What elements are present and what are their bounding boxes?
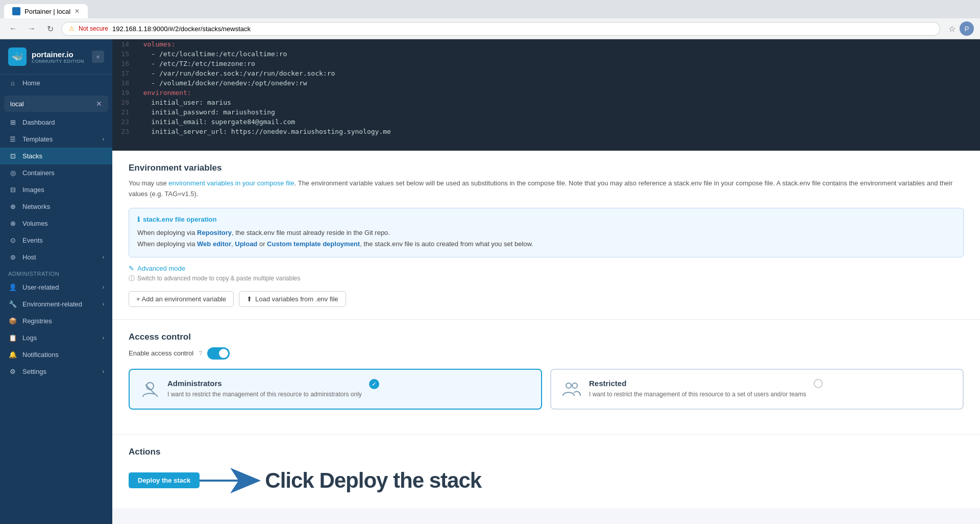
host-arrow-icon: › (103, 254, 104, 260)
sidebar-item-templates-label: Templates (22, 135, 53, 143)
arrow-annotation: Click Deploy the stack (200, 465, 481, 496)
browser-tab[interactable]: Portainer | local ✕ (4, 4, 88, 18)
sidebar-item-networks-label: Networks (22, 203, 50, 210)
people-icon (562, 379, 581, 399)
url-text: 192.168.1.18:9000/#/2/docker/stacks/news… (112, 25, 933, 33)
env-desc-link[interactable]: environment variables in your compose fi… (168, 179, 294, 187)
sidebar-logo: 🐳 portainer.io Community Edition « (0, 39, 112, 75)
notifications-icon: 🔔 (8, 351, 17, 359)
logs-arrow-icon: › (103, 335, 104, 341)
sidebar-item-dashboard-label: Dashboard (22, 118, 55, 126)
nav-refresh-btn[interactable]: ↻ (43, 21, 57, 36)
app-layout: 🐳 portainer.io Community Edition « ⌂ Hom… (0, 39, 980, 524)
info-box-title-text: stack.env file operation (143, 216, 217, 223)
browser-chrome: Portainer | local ✕ ← → ↻ ⚠ Not secure 1… (0, 0, 980, 39)
tab-favicon (12, 7, 20, 15)
sidebar-item-stacks[interactable]: ⊡ Stacks (0, 148, 112, 164)
sidebar-item-volumes-label: Volumes (22, 220, 48, 227)
sidebar-item-images[interactable]: ⊟ Images (0, 181, 112, 198)
custom-template-bold: Custom template deployment (267, 240, 360, 248)
sidebar-item-registries[interactable]: 📦 Registries (0, 313, 112, 329)
administrators-title: Administrators (167, 379, 362, 388)
sidebar-item-host-label: Host (22, 253, 36, 261)
hint-text: Switch to advanced mode to copy & paste … (137, 275, 301, 282)
sidebar-item-host[interactable]: ⊚ Host › (0, 249, 112, 266)
env-label: local (10, 100, 24, 108)
code-line-20: 20 initial_user: marius (112, 98, 980, 107)
administrators-card-text: Administrators I want to restrict the ma… (167, 379, 362, 399)
web-editor-bold: Web editor (197, 240, 231, 248)
advanced-mode-link[interactable]: ✎ Advanced mode (129, 265, 964, 272)
arrow-svg (200, 465, 261, 496)
nav-forward-btn[interactable]: → (24, 21, 39, 36)
host-icon: ⊚ (8, 253, 17, 261)
env-close-icon[interactable]: ✕ (96, 100, 102, 108)
add-env-variable-btn[interactable]: + Add an environment variable (129, 291, 234, 307)
sidebar-collapse-btn[interactable]: « (92, 51, 104, 63)
events-icon: ⊙ (8, 236, 17, 244)
sidebar-item-user-related[interactable]: 👤 User-related › (0, 279, 112, 296)
sidebar-item-networks[interactable]: ⊕ Networks (0, 198, 112, 215)
shield-icon (140, 379, 160, 399)
address-bar[interactable]: ⚠ Not secure 192.168.1.18:9000/#/2/docke… (61, 22, 940, 36)
home-icon: ⌂ (8, 79, 17, 87)
sidebar-item-events[interactable]: ⊙ Events (0, 232, 112, 249)
code-line-23: 23 initial_server_url: https://onedev.ma… (112, 127, 980, 136)
access-control-section: Access control Enable access control ? (112, 320, 980, 435)
sidebar-item-notifications[interactable]: 🔔 Notifications (0, 346, 112, 363)
portainer-logo-icon: 🐳 (8, 47, 27, 66)
access-info-icon: ? (199, 349, 202, 357)
networks-icon: ⊕ (8, 203, 17, 210)
restricted-desc: I want to restrict the management of thi… (589, 390, 806, 399)
administrators-card[interactable]: Administrators I want to restrict the ma… (129, 369, 542, 410)
info-box-title: ℹ stack.env file operation (137, 216, 955, 223)
profile-icon[interactable]: P (960, 21, 974, 36)
sidebar-env-local[interactable]: local ✕ (4, 96, 108, 112)
sidebar-item-settings[interactable]: ⚙ Settings › (0, 363, 112, 380)
settings-arrow-icon: › (103, 369, 104, 374)
browser-toolbar: ← → ↻ ⚠ Not secure 192.168.1.18:9000/#/2… (0, 18, 980, 39)
env-section-desc: You may use environment variables in you… (129, 178, 964, 200)
administrators-checkmark: ✓ (369, 379, 379, 389)
restricted-icon (561, 379, 582, 399)
code-line-15: 15 - /etc/localtime:/etc/localtime:ro (112, 49, 980, 59)
sidebar-item-logs[interactable]: 📋 Logs › (0, 329, 112, 346)
info-box-body: When deploying via Repository, the stack… (137, 227, 955, 250)
access-control-toggle[interactable] (207, 347, 230, 360)
annotation-text: Click Deploy the stack (265, 468, 481, 493)
settings-icon: ⚙ (8, 368, 17, 375)
advanced-mode-hint: ⓘ Switch to advanced mode to copy & past… (129, 274, 964, 283)
load-variables-btn[interactable]: ⬆ Load variables from .env file (239, 291, 346, 307)
sidebar: 🐳 portainer.io Community Edition « ⌂ Hom… (0, 39, 112, 524)
code-line-14: 14 volumes: (112, 39, 980, 49)
administrators-icon (140, 379, 160, 399)
sidebar-item-volumes[interactable]: ⊗ Volumes (0, 215, 112, 232)
edit-icon: ✎ (129, 265, 134, 272)
sidebar-item-templates[interactable]: ☰ Templates › (0, 131, 112, 148)
sidebar-item-containers[interactable]: ◎ Containers (0, 164, 112, 181)
hint-icon: ⓘ (129, 274, 135, 283)
upload-bold: Upload (235, 240, 257, 248)
admin-section-label: Administration (0, 266, 112, 279)
sidebar-item-settings-label: Settings (22, 368, 46, 375)
code-editor: 14 volumes: 15 - /etc/localtime:/etc/loc… (112, 39, 980, 151)
bookmark-icon[interactable]: ☆ (948, 24, 955, 34)
sidebar-item-user-related-label: User-related (22, 283, 59, 291)
sidebar-item-stacks-label: Stacks (22, 152, 42, 160)
code-line-21: 21 initial_password: mariushosting (112, 107, 980, 117)
upload-icon: ⬆ (247, 295, 252, 303)
stacks-icon: ⊡ (8, 152, 17, 160)
templates-icon: ☰ (8, 135, 17, 143)
tab-close-btn[interactable]: ✕ (75, 8, 80, 15)
code-line-19: 19 environment: (112, 88, 980, 98)
deploy-stack-btn[interactable]: Deploy the stack (129, 472, 200, 488)
sidebar-item-environment-related-label: Environment-related (22, 300, 82, 308)
images-icon: ⊟ (8, 186, 17, 194)
restricted-card[interactable]: Restricted I want to restrict the manage… (550, 369, 964, 410)
sidebar-item-environment-related[interactable]: 🔧 Environment-related › (0, 296, 112, 313)
sidebar-item-home[interactable]: ⌂ Home (0, 75, 112, 91)
toggle-slider (207, 347, 230, 360)
nav-back-btn[interactable]: ← (6, 21, 20, 36)
sidebar-item-dashboard[interactable]: ⊞ Dashboard (0, 114, 112, 131)
env-variables-section: Environment variables You may use enviro… (112, 151, 980, 320)
